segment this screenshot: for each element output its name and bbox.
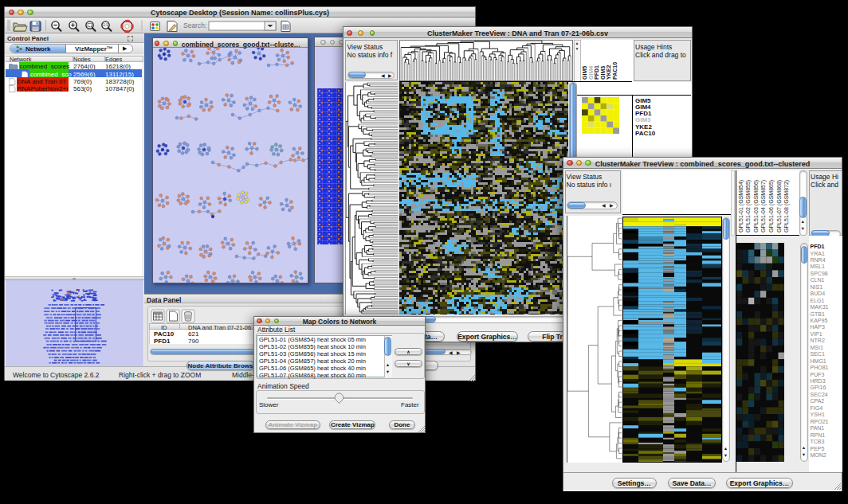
svg-text:1:1: 1:1 xyxy=(103,23,108,27)
svg-text:Search:: Search: xyxy=(183,21,206,29)
